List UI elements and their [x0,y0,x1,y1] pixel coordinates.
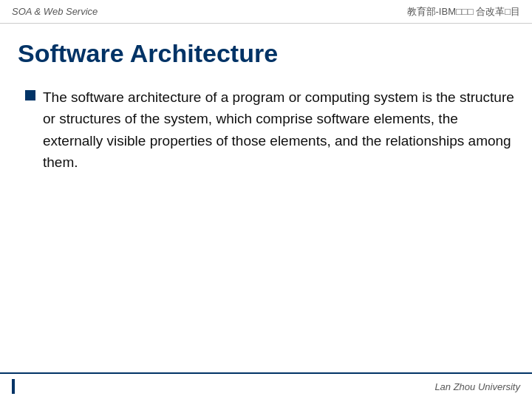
header-bar: SOA & Web Service 教育部-IBM□□□ 合改革□目 [0,0,532,24]
footer-left-bar [12,379,15,394]
page-title: Software Architecture [18,38,514,69]
header-left-text: SOA & Web Service [12,6,98,17]
footer-university-text: Lan Zhou University [434,381,520,392]
bullet-text: The software architecture of a program o… [43,86,514,174]
main-content: Software Architecture The software archi… [0,24,532,188]
bullet-marker-icon [25,90,35,100]
bullet-section: The software architecture of a program o… [18,86,514,174]
footer-bar: Lan Zhou University [0,372,532,399]
header-right-text: 教育部-IBM□□□ 合改革□目 [407,5,520,18]
